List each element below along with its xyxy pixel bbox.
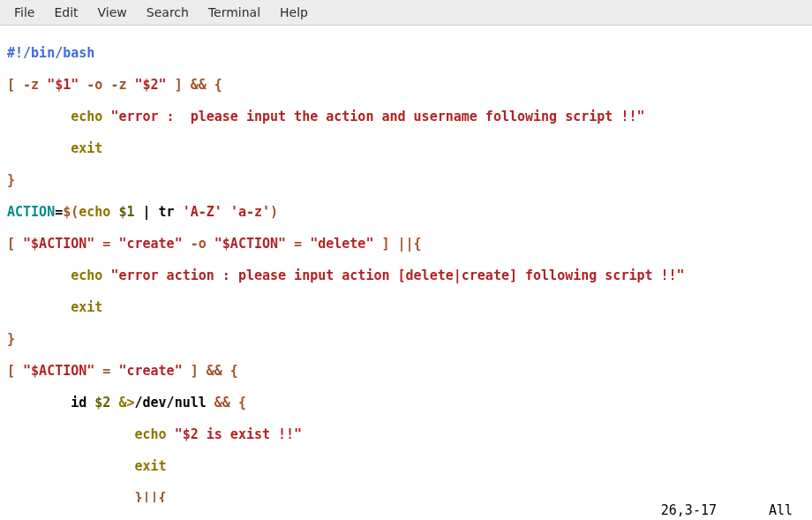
code-line: echo "error action : please input action…: [7, 268, 805, 283]
code-line: [ "$ACTION" = "create" -o "$ACTION" = "d…: [7, 236, 805, 252]
shebang: #!/bin/bash: [7, 45, 94, 61]
menubar: File Edit View Search Terminal Help: [0, 0, 812, 26]
menu-file[interactable]: File: [5, 3, 43, 22]
code-line: [ -z "$1" -o -z "$2" ] && {: [7, 77, 805, 93]
code-line: id $2 &>/dev/null && {: [7, 395, 805, 411]
status-bar: 26,3-17 All: [0, 502, 812, 520]
scroll-indicator: All: [769, 502, 793, 518]
code-line: exit: [7, 140, 805, 156]
menu-terminal[interactable]: Terminal: [199, 3, 269, 22]
cursor-position: 26,3-17: [661, 502, 717, 518]
menu-view[interactable]: View: [89, 3, 136, 22]
code-line: exit: [7, 458, 805, 474]
code-line: echo "error : please input the action an…: [7, 109, 805, 124]
code-line: exit: [7, 299, 805, 315]
code-line: ACTION=$(echo $1 | tr 'A-Z' 'a-z'): [7, 204, 805, 220]
menu-edit[interactable]: Edit: [45, 3, 86, 22]
editor-viewport[interactable]: #!/bin/bash [ -z "$1" -o -z "$2" ] && { …: [0, 26, 812, 520]
code-line: }: [7, 331, 805, 347]
menu-search[interactable]: Search: [138, 3, 198, 22]
code-line: [ "$ACTION" = "create" ] && {: [7, 363, 805, 379]
code-line: #!/bin/bash: [7, 45, 805, 61]
menu-help[interactable]: Help: [271, 3, 317, 22]
code-line: echo "$2 is exist !!": [7, 426, 805, 442]
code-line: }: [7, 172, 805, 188]
